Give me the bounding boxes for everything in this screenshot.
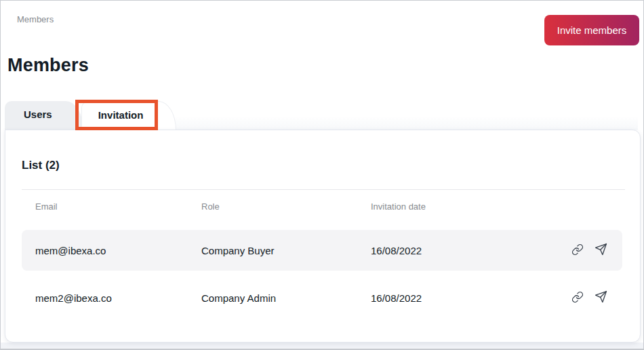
invitation-panel: List (2) Email Role Invitation date mem@… [5,130,641,343]
tab-bar-shade [163,116,638,130]
row-actions [571,292,607,305]
table-row[interactable]: mem@ibexa.co Company Buyer 16/08/2022 [22,230,622,271]
column-header-role: Role [201,201,371,212]
cell-role: Company Admin [201,292,371,304]
invite-members-button[interactable]: Invite members [544,15,639,45]
table-header: Email Role Invitation date [22,195,622,217]
members-page: Members Invite members Members Users Inv… [0,0,644,350]
resend-invitation-button[interactable] [595,244,607,257]
copy-invitation-link-button[interactable] [571,244,584,257]
paper-plane-icon [595,243,607,258]
tab-bar: Users Invitation [5,101,176,130]
column-header-email: Email [35,201,201,212]
bottom-strip [1,343,643,349]
copy-invitation-link-button[interactable] [571,292,584,305]
tab-users[interactable]: Users [5,101,83,130]
paper-plane-icon [595,290,607,305]
page-title: Members [7,55,89,76]
row-actions [571,244,607,257]
breadcrumb[interactable]: Members [17,14,54,24]
link-icon [571,291,584,305]
divider [22,189,625,190]
cell-invitation-date: 16/08/2022 [371,292,571,304]
cell-role: Company Buyer [201,245,371,256]
link-icon [571,244,584,258]
list-title: List (2) [22,159,60,172]
tab-users-label: Users [24,109,52,120]
cell-email: mem@ibexa.co [35,245,201,256]
tab-invitation[interactable]: Invitation [81,101,177,130]
cell-invitation-date: 16/08/2022 [371,245,571,256]
resend-invitation-button[interactable] [595,292,607,305]
cell-email: mem2@ibexa.co [35,292,201,304]
table-row[interactable]: mem2@ibexa.co Company Admin 16/08/2022 [22,277,622,318]
column-header-invitation-date: Invitation date [371,201,607,212]
tab-invitation-label: Invitation [98,109,144,121]
